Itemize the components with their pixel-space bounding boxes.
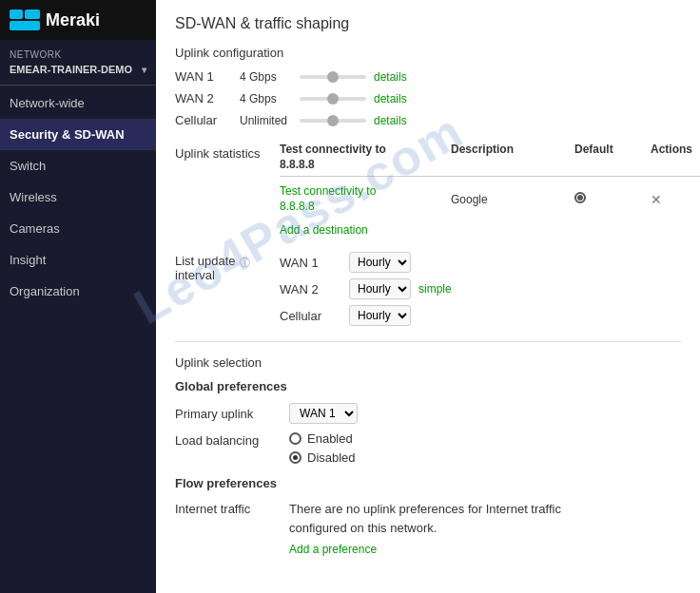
simple-link[interactable]: simple bbox=[418, 282, 452, 296]
list-wan1-select[interactable]: Hourly bbox=[349, 252, 411, 273]
uplink-selection-title: Uplink selection bbox=[175, 355, 681, 370]
stats-table: Test connectivity to 8.8.8.8 Description… bbox=[280, 143, 700, 237]
list-update-row-wan2: WAN 2 Hourly simple bbox=[280, 278, 452, 299]
stats-actions-cell: ✕ bbox=[651, 192, 700, 207]
sidebar-logo-text: Meraki bbox=[46, 10, 100, 30]
cellular-slider[interactable] bbox=[300, 119, 366, 123]
sidebar-item-cameras[interactable]: Cameras bbox=[0, 213, 156, 244]
sidebar-item-network-wide[interactable]: Network-wide bbox=[0, 87, 156, 119]
add-preference-link[interactable]: Add a preference bbox=[289, 541, 377, 558]
uplink-config-title: Uplink configuration bbox=[175, 46, 681, 60]
load-balancing-label: Load balancing bbox=[175, 431, 280, 448]
list-update-section: List update interval ⓘ WAN 1 Hourly WAN … bbox=[175, 252, 681, 326]
uplink-stats-section: Uplink statistics Test connectivity to 8… bbox=[175, 143, 681, 237]
uplink-selection-section: Uplink selection Global preferences Prim… bbox=[175, 355, 681, 559]
load-balance-enabled[interactable]: Enabled bbox=[289, 431, 356, 446]
section-divider-1 bbox=[175, 341, 681, 342]
stats-header-test: Test connectivity to 8.8.8.8 bbox=[280, 143, 451, 172]
sidebar: Meraki NETWORK EMEAR-TRAINER-DEMO ▾ Netw… bbox=[0, 0, 156, 593]
cellular-details-link[interactable]: details bbox=[374, 114, 407, 127]
list-update-row-cellular: Cellular Hourly bbox=[280, 305, 452, 326]
default-radio[interactable] bbox=[574, 192, 586, 203]
stats-default-cell bbox=[574, 192, 651, 206]
primary-uplink-label: Primary uplink bbox=[175, 407, 280, 421]
stats-header-actions: Actions bbox=[651, 143, 700, 172]
wan2-details-link[interactable]: details bbox=[374, 92, 407, 105]
list-update-label: List update interval ⓘ bbox=[175, 252, 280, 282]
internet-traffic-content: There are no uplink preferences for Inte… bbox=[289, 500, 681, 559]
stats-data-row: Test connectivity to8.8.8.8 Google ✕ bbox=[280, 181, 700, 218]
stats-header-description: Description bbox=[451, 143, 574, 172]
list-wan2-select[interactable]: Hourly bbox=[349, 278, 411, 299]
uplink-stats-label: Uplink statistics bbox=[175, 143, 280, 161]
stats-header-row: Test connectivity to 8.8.8.8 Description… bbox=[280, 143, 700, 177]
stats-header-default: Default bbox=[574, 143, 651, 172]
list-wan2-label: WAN 2 bbox=[280, 282, 341, 296]
cellular-label: Cellular bbox=[175, 113, 232, 127]
sidebar-item-switch[interactable]: Switch bbox=[0, 150, 156, 182]
remove-icon[interactable]: ✕ bbox=[651, 192, 662, 207]
uplink-row-cellular: Cellular Unlimited details bbox=[175, 113, 681, 127]
uplink-row-wan1: WAN 1 4 Gbps details bbox=[175, 69, 681, 84]
primary-uplink-select[interactable]: WAN 1 bbox=[289, 403, 358, 424]
wan1-label: WAN 1 bbox=[175, 69, 232, 84]
sidebar-item-security-sd-wan[interactable]: Security & SD-WAN bbox=[0, 119, 156, 150]
internet-traffic-label: Internet traffic bbox=[175, 500, 280, 516]
radio-disabled-icon bbox=[289, 451, 301, 464]
load-balance-disabled[interactable]: Disabled bbox=[289, 450, 356, 465]
wan1-slider[interactable] bbox=[300, 75, 366, 79]
uplink-config-section: Uplink configuration WAN 1 4 Gbps detail… bbox=[175, 46, 681, 127]
flow-pref-title: Flow preferences bbox=[175, 476, 681, 490]
list-wan1-label: WAN 1 bbox=[280, 256, 341, 270]
cellular-speed: Unlimited bbox=[240, 114, 292, 127]
sidebar-item-organization[interactable]: Organization bbox=[0, 276, 156, 307]
network-name[interactable]: EMEAR-TRAINER-DEMO ▾ bbox=[0, 62, 156, 85]
sidebar-item-insight[interactable]: Insight bbox=[0, 244, 156, 276]
primary-uplink-row: Primary uplink WAN 1 bbox=[175, 403, 681, 424]
sidebar-logo: Meraki bbox=[0, 0, 156, 40]
load-balancing-section: Load balancing Enabled Disabled bbox=[175, 431, 681, 465]
info-icon: ⓘ bbox=[240, 256, 250, 270]
main-content: SD-WAN & traffic shaping Uplink configur… bbox=[156, 0, 700, 593]
wan2-slider[interactable] bbox=[300, 97, 366, 101]
wan2-label: WAN 2 bbox=[175, 91, 232, 105]
internet-traffic-text: There are no uplink preferences for Inte… bbox=[289, 500, 681, 537]
wan1-details-link[interactable]: details bbox=[374, 70, 407, 84]
global-pref-title: Global preferences bbox=[175, 379, 681, 393]
chevron-down-icon: ▾ bbox=[142, 65, 146, 75]
radio-enabled-icon bbox=[289, 432, 301, 445]
load-balance-options: Enabled Disabled bbox=[289, 431, 356, 465]
stats-description-cell: Google bbox=[451, 193, 574, 206]
wan2-speed: 4 Gbps bbox=[240, 92, 292, 105]
network-label: NETWORK bbox=[0, 40, 156, 62]
list-update-row-wan1: WAN 1 Hourly bbox=[280, 252, 452, 273]
sidebar-item-wireless[interactable]: Wireless bbox=[0, 182, 156, 213]
list-update-rows: WAN 1 Hourly WAN 2 Hourly simple Cellula… bbox=[280, 252, 452, 326]
cisco-meraki-logo-icon bbox=[10, 10, 40, 30]
list-cellular-label: Cellular bbox=[280, 309, 341, 323]
stats-test-cell: Test connectivity to8.8.8.8 bbox=[280, 184, 451, 214]
svg-rect-1 bbox=[25, 10, 40, 19]
wan1-speed: 4 Gbps bbox=[240, 70, 292, 84]
uplink-row-wan2: WAN 2 4 Gbps details bbox=[175, 91, 681, 105]
internet-traffic-section: Internet traffic There are no uplink pre… bbox=[175, 500, 681, 559]
add-destination-link[interactable]: Add a destination bbox=[280, 223, 368, 237]
list-cellular-select[interactable]: Hourly bbox=[349, 305, 411, 326]
svg-rect-0 bbox=[10, 10, 23, 19]
svg-rect-2 bbox=[10, 21, 40, 30]
page-title: SD-WAN & traffic shaping bbox=[175, 15, 681, 32]
